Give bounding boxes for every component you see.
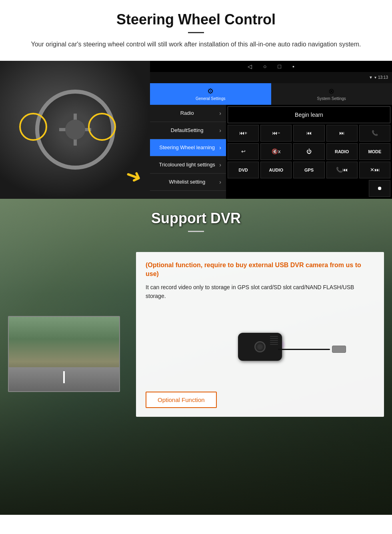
btn-gps[interactable]: GPS <box>293 162 324 178</box>
dvr-info-box: (Optional function, require to buy exter… <box>136 252 384 417</box>
menu-tricoloured-light[interactable]: Tricoloured light settings › <box>150 156 226 174</box>
vent-line-2 <box>270 338 278 339</box>
usb-cable <box>278 349 330 350</box>
btn-close-next[interactable]: ✕⏭ <box>359 162 390 178</box>
vent-line-5 <box>270 344 278 345</box>
btn-vol-down[interactable]: ⏮− <box>260 125 292 142</box>
btn-vol-up[interactable]: ⏮+ <box>228 125 259 142</box>
dvr-content: (Optional function, require to buy exter… <box>0 252 392 417</box>
nav-menu-icon[interactable]: ▪ <box>292 63 294 70</box>
optional-function-button[interactable]: Optional Function <box>146 392 217 408</box>
highlight-circle-left <box>19 113 47 141</box>
vent-line-4 <box>270 342 278 343</box>
signal-icon: ▼ <box>369 75 373 80</box>
btn-record[interactable]: ⏺ <box>369 180 390 197</box>
vent-line-3 <box>270 340 278 341</box>
section1-title: Steering Wheel Control <box>24 11 368 28</box>
android-status-bar: ▼ ▾ 13:13 <box>150 72 392 83</box>
tab-system-label: System Settings <box>317 96 346 101</box>
nav-back-icon[interactable]: ◁ <box>248 63 252 70</box>
btn-phone[interactable]: 📞 <box>359 125 390 142</box>
ctrl-row-4: ⏺ <box>228 180 390 197</box>
android-nav-bar: ◁ ○ □ ▪ <box>150 61 392 72</box>
dvr-description: It can record video only to storage in G… <box>146 283 374 301</box>
dvr-footage-thumbnail <box>8 316 120 392</box>
android-tabs: ⚙ General Settings ⊗ System Settings <box>150 83 392 105</box>
menu-default-setting[interactable]: DefaultSetting › <box>150 122 226 139</box>
highlight-circle-right <box>88 113 116 141</box>
section1-divider <box>188 32 204 33</box>
btn-mute[interactable]: 🔇x <box>260 143 292 160</box>
android-panel: ◁ ○ □ ▪ ▼ ▾ 13:13 ⚙ General Settings ⊗ S… <box>150 61 392 199</box>
ctrl-row-2: ↩ 🔇x ⏻ RADIO MODE <box>228 143 390 160</box>
camera-lens <box>254 341 266 352</box>
dvr-left-col <box>8 252 128 392</box>
btn-mode[interactable]: MODE <box>359 143 390 160</box>
camera-body <box>238 333 282 361</box>
btn-power[interactable]: ⏻ <box>293 143 324 160</box>
btn-radio[interactable]: RADIO <box>326 143 358 160</box>
btn-prev[interactable]: ⏮ <box>293 125 324 142</box>
dvr-divider <box>188 231 204 232</box>
vent-line-1 <box>270 336 278 337</box>
camera-vents <box>270 336 278 345</box>
tab-system-settings[interactable]: ⊗ System Settings <box>271 83 392 105</box>
tab-general-settings[interactable]: ⚙ General Settings <box>150 83 271 105</box>
general-settings-icon: ⚙ <box>207 87 214 96</box>
ctrl-row-1: ⏮+ ⏮− ⏮ ⏭ 📞 <box>228 125 390 142</box>
btn-hangup[interactable]: ↩ <box>228 143 259 160</box>
ctrl-row-3: DVD AUDIO GPS 📞⏮ ✕⏭ <box>228 162 390 178</box>
time-display: 13:13 <box>378 75 388 80</box>
section1-header: Steering Wheel Control Your original car… <box>0 0 392 54</box>
menu-radio[interactable]: Radio › <box>150 105 226 122</box>
btn-dvd[interactable]: DVD <box>228 162 259 178</box>
wifi-icon: ▾ <box>374 75 376 80</box>
tab-general-label: General Settings <box>196 96 226 101</box>
btn-phone-prev[interactable]: 📞⏮ <box>326 162 358 178</box>
android-menu: Radio › DefaultSetting › Steering Wheel … <box>150 105 226 199</box>
nav-home-icon[interactable]: ○ <box>263 63 266 70</box>
begin-learn-button[interactable]: Begin learn <box>228 106 390 123</box>
dvr-title: Support DVR <box>24 210 368 227</box>
android-buttons-panel: Begin learn ⏮+ ⏮− ⏮ ⏭ 📞 ↩ 🔇x ⏻ RADIO MOD… <box>226 105 392 199</box>
dvr-right-col: (Optional function, require to buy exter… <box>136 252 384 417</box>
dvr-section: Support DVR (Optional function, require … <box>0 199 392 515</box>
system-settings-icon: ⊗ <box>328 87 334 96</box>
dvr-optional-note: (Optional function, require to buy exter… <box>146 261 374 279</box>
section1-description: Your original car's steering wheel contr… <box>24 40 368 50</box>
steering-wheel-image: ➜ <box>0 61 150 199</box>
nav-recent-icon[interactable]: □ <box>278 63 281 70</box>
menu-steering-wheel-learning[interactable]: Steering Wheel learning › <box>150 139 226 156</box>
begin-learn-row: Begin learn <box>228 106 390 123</box>
thumbnail-road-line <box>63 371 65 383</box>
steering-block: ➜ ◁ ○ □ ▪ ▼ ▾ 13:13 ⚙ General Settings ⊗ <box>0 61 392 199</box>
dvr-camera-product-image <box>146 307 374 387</box>
usb-plug <box>332 346 346 353</box>
btn-audio[interactable]: AUDIO <box>260 162 292 178</box>
dvr-header: Support DVR <box>0 199 392 236</box>
menu-whitelist[interactable]: Whitelist setting › <box>150 174 226 191</box>
btn-next[interactable]: ⏭ <box>326 125 358 142</box>
android-main: Radio › DefaultSetting › Steering Wheel … <box>150 105 392 199</box>
